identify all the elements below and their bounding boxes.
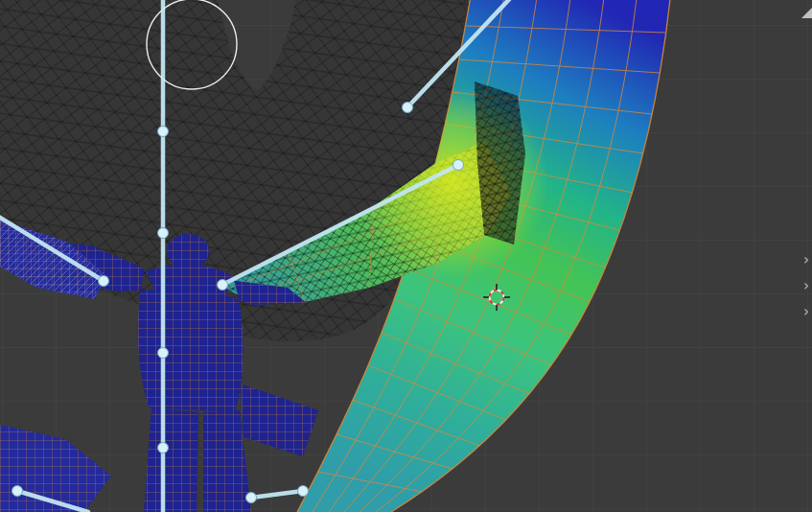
- bone-joint[interactable]: [453, 160, 464, 171]
- bone-joint[interactable]: [99, 276, 109, 287]
- region-toggle-arrow[interactable]: ›: [803, 251, 809, 268]
- region-toggle-arrow[interactable]: ›: [803, 303, 809, 320]
- 3d-viewport[interactable]: › › ›: [0, 0, 812, 512]
- bone-joint[interactable]: [158, 127, 169, 137]
- bone-joint[interactable]: [403, 103, 413, 113]
- region-toggle-arrow[interactable]: ›: [803, 277, 809, 294]
- bone-joint[interactable]: [12, 486, 23, 497]
- bone-joint[interactable]: [218, 280, 228, 291]
- bone-joint[interactable]: [158, 443, 169, 454]
- bone-joint[interactable]: [158, 348, 169, 359]
- bone-joint[interactable]: [246, 493, 257, 503]
- bone-joint[interactable]: [158, 228, 169, 239]
- bone-joint[interactable]: [298, 486, 309, 497]
